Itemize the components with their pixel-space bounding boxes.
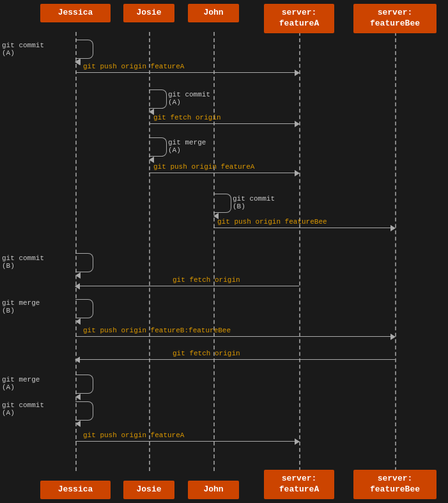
label-john-commit-b: git commit(B) [233, 195, 275, 210]
lifeline-featureA [299, 32, 300, 471]
self-loop-josie-merge-a [149, 137, 167, 157]
label-jessica-commit-a2: git commit(A) [2, 401, 72, 417]
label-jessica-push-featureA2: git push origin featureA [83, 431, 184, 439]
self-loop-josie-commit-a [149, 89, 167, 109]
msg-jessica-push-featureBee [75, 336, 395, 337]
label-josie-fetch: git fetch origin [153, 114, 221, 121]
label-jessica-commit-a: git commit(A) [2, 42, 72, 57]
msg-john-push-featureBee [213, 228, 395, 228]
actor-jessica-bottom: Jessica [40, 481, 111, 499]
self-loop-jessica-commit-a [75, 40, 93, 59]
self-loop-jessica-commit-b [75, 253, 93, 272]
label-jessica-commit-b: git commit(B) [2, 254, 72, 270]
label-josie-push-featureA: git push origin featureA [153, 163, 254, 171]
actor-featureA-top: server:featureA [264, 4, 334, 33]
msg-josie-push-featureA [149, 173, 299, 173]
lifeline-featureBee [395, 32, 396, 471]
label-john-push-featureBee: git push origin featureBee [217, 218, 327, 226]
actor-featureBee-bottom: server:featureBee [353, 470, 436, 499]
msg-jessica-push-featureA2 [75, 441, 299, 442]
actor-john-bottom: John [188, 481, 239, 499]
actor-josie-top: Josie [123, 4, 174, 22]
label-jessica-push-featureBee: git push origin featureB:featureBee [83, 327, 231, 334]
actor-john-top: John [188, 4, 239, 22]
actor-featureA-bottom: server:featureA [264, 470, 334, 499]
self-loop-jessica-commit-a2 [75, 401, 93, 421]
label-jessica-fetch2: git fetch origin [173, 350, 240, 357]
label-josie-commit-a: git commit(A) [168, 91, 210, 106]
label-jessica-push-featureA: git push origin featureA [83, 63, 184, 70]
label-josie-merge-a: git merge(A) [168, 139, 206, 154]
actor-jessica-top: Jessica [40, 4, 111, 22]
msg-jessica-fetch [75, 286, 299, 286]
self-loop-jessica-merge-a [75, 375, 93, 394]
actor-featureBee-top: server:featureBee [353, 4, 436, 33]
actor-josie-bottom: Josie [123, 481, 174, 499]
label-jessica-fetch: git fetch origin [173, 276, 240, 284]
sequence-diagram: Jessica Josie John server:featureA serve… [0, 0, 448, 503]
label-jessica-merge-a: git merge(A) [2, 376, 72, 391]
lifeline-john [213, 32, 215, 471]
msg-josie-fetch [149, 123, 299, 124]
self-loop-john-commit-b [213, 194, 231, 213]
label-jessica-merge-b: git merge(B) [2, 299, 72, 314]
self-loop-jessica-merge-b [75, 299, 93, 318]
msg-jessica-push-featureA [75, 72, 299, 73]
msg-jessica-fetch2 [75, 359, 395, 360]
